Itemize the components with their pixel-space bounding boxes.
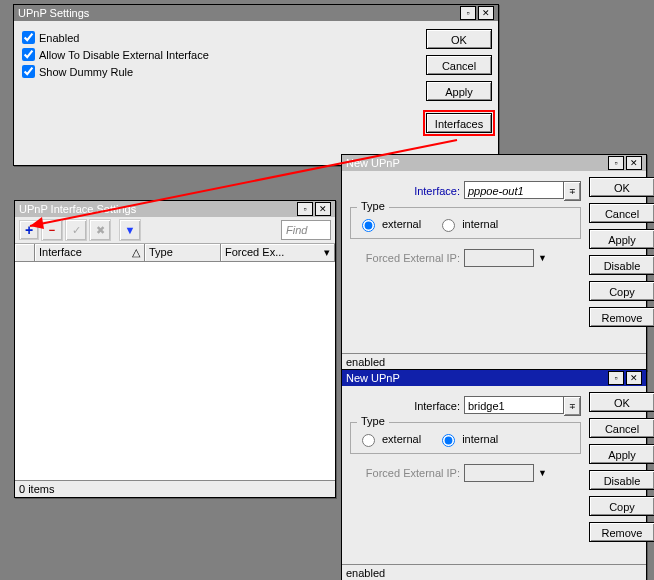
- col-mark[interactable]: [15, 244, 35, 261]
- type-group-label: Type: [357, 415, 389, 427]
- status-bar: enabled: [342, 353, 646, 370]
- column-headers: Interface△ Type Forced Ex...▾: [15, 244, 335, 262]
- dropdown-icon[interactable]: ▼: [538, 253, 547, 263]
- minimize-icon[interactable]: ▫: [460, 6, 476, 20]
- titlebar[interactable]: UPnP Interface Settings ▫ ✕: [15, 201, 335, 217]
- ok-button[interactable]: OK: [589, 177, 654, 197]
- apply-button[interactable]: Apply: [589, 229, 654, 249]
- upnp-interface-settings-window: UPnP Interface Settings ▫ ✕ + − ✓ ✖ ▼ Fi…: [14, 200, 336, 498]
- new-upnp-window-2: New UPnP ▫ ✕ Interface: bridge1 ∓ Type e…: [341, 369, 647, 580]
- upnp-settings-window: UPnP Settings ▫ ✕ Enabled Allow To Disab…: [13, 4, 499, 166]
- close-icon[interactable]: ✕: [478, 6, 494, 20]
- checkbox-allow-disable-ext[interactable]: Allow To Disable External Interface: [22, 48, 416, 61]
- chevron-down-icon: ∓: [564, 396, 581, 416]
- ok-button[interactable]: OK: [589, 392, 654, 412]
- radio-external[interactable]: external: [357, 431, 421, 447]
- checkbox-show-dummy[interactable]: Show Dummy Rule: [22, 65, 416, 78]
- radio-internal[interactable]: internal: [437, 431, 498, 447]
- cancel-button[interactable]: Cancel: [426, 55, 492, 75]
- disable-button[interactable]: Disable: [589, 470, 654, 490]
- interface-label: Interface:: [350, 400, 460, 412]
- minimize-icon[interactable]: ▫: [297, 202, 313, 216]
- copy-button[interactable]: Copy: [589, 496, 654, 516]
- dropdown-icon[interactable]: ▼: [538, 468, 547, 478]
- col-forced[interactable]: Forced Ex...▾: [221, 244, 335, 261]
- enable-button[interactable]: ✓: [65, 219, 87, 241]
- cancel-button[interactable]: Cancel: [589, 203, 654, 223]
- forced-ip-label: Forced External IP:: [350, 252, 460, 264]
- close-icon[interactable]: ✕: [315, 202, 331, 216]
- apply-button[interactable]: Apply: [426, 81, 492, 101]
- list-body[interactable]: [15, 262, 335, 480]
- close-icon[interactable]: ✕: [626, 371, 642, 385]
- minimize-icon[interactable]: ▫: [608, 371, 624, 385]
- checkbox-enabled[interactable]: Enabled: [22, 31, 416, 44]
- interface-label: Interface:: [350, 185, 460, 197]
- add-button[interactable]: +: [19, 220, 39, 240]
- col-type[interactable]: Type: [145, 244, 221, 261]
- window-title: UPnP Interface Settings: [19, 201, 295, 217]
- status-bar: 0 items: [15, 480, 335, 497]
- find-input[interactable]: Find: [281, 220, 331, 240]
- minimize-icon[interactable]: ▫: [608, 156, 624, 170]
- close-icon[interactable]: ✕: [626, 156, 642, 170]
- titlebar[interactable]: New UPnP ▫ ✕: [342, 155, 646, 171]
- status-bar: enabled: [342, 564, 646, 580]
- cancel-button[interactable]: Cancel: [589, 418, 654, 438]
- radio-internal[interactable]: internal: [437, 216, 498, 232]
- remove-button[interactable]: Remove: [589, 307, 654, 327]
- window-title: New UPnP: [346, 155, 606, 171]
- forced-ip-input[interactable]: [464, 249, 534, 267]
- ok-button[interactable]: OK: [426, 29, 492, 49]
- remove-button[interactable]: Remove: [589, 522, 654, 542]
- remove-button[interactable]: −: [41, 219, 63, 241]
- radio-external[interactable]: external: [357, 216, 421, 232]
- interface-combo[interactable]: pppoe-out1 ∓: [464, 181, 581, 201]
- type-group-label: Type: [357, 200, 389, 212]
- interfaces-button[interactable]: Interfaces: [426, 113, 492, 133]
- copy-button[interactable]: Copy: [589, 281, 654, 301]
- filter-button[interactable]: ▼: [119, 219, 141, 241]
- col-interface[interactable]: Interface△: [35, 244, 145, 261]
- toolbar: + − ✓ ✖ ▼ Find: [15, 217, 335, 244]
- interface-combo[interactable]: bridge1 ∓: [464, 396, 581, 416]
- disable-button[interactable]: Disable: [589, 255, 654, 275]
- titlebar[interactable]: UPnP Settings ▫ ✕: [14, 5, 498, 21]
- chevron-down-icon: ∓: [564, 181, 581, 201]
- forced-ip-input[interactable]: [464, 464, 534, 482]
- window-title: New UPnP: [346, 370, 606, 386]
- apply-button[interactable]: Apply: [589, 444, 654, 464]
- titlebar[interactable]: New UPnP ▫ ✕: [342, 370, 646, 386]
- window-title: UPnP Settings: [18, 5, 458, 21]
- forced-ip-label: Forced External IP:: [350, 467, 460, 479]
- disable-button[interactable]: ✖: [89, 219, 111, 241]
- new-upnp-window-1: New UPnP ▫ ✕ Interface: pppoe-out1 ∓ Typ…: [341, 154, 647, 371]
